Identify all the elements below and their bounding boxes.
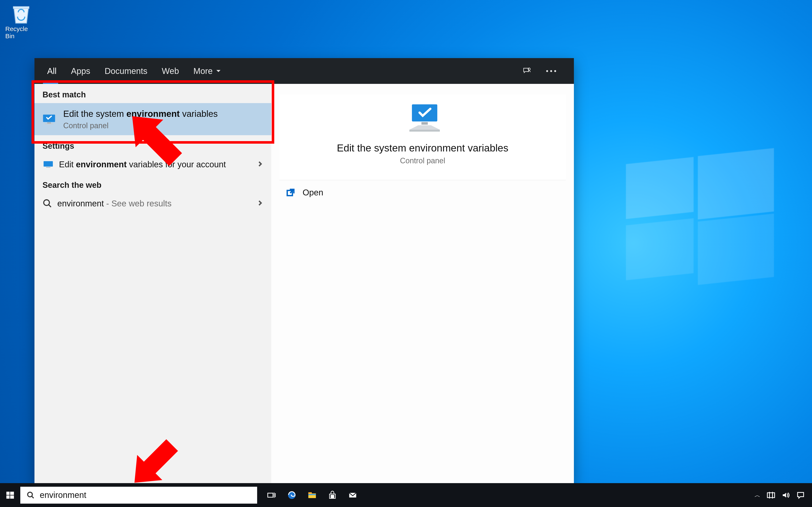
result-web-item[interactable]: environment - See web results	[35, 193, 271, 213]
svg-rect-8	[421, 122, 428, 125]
svg-rect-27	[333, 496, 334, 498]
svg-rect-4	[44, 161, 53, 166]
desktop-icon-label: Recycle Bin	[5, 25, 37, 40]
mail-icon	[348, 491, 357, 500]
svg-rect-2	[47, 122, 51, 123]
svg-rect-5	[46, 167, 50, 168]
svg-rect-25	[333, 495, 334, 496]
chevron-down-icon	[216, 68, 221, 74]
tab-apps[interactable]: Apps	[64, 58, 97, 84]
tab-all[interactable]: All	[40, 58, 64, 84]
svg-rect-19	[268, 493, 273, 497]
svg-rect-28	[767, 493, 774, 498]
taskbar-search-box[interactable]	[20, 487, 257, 504]
action-center-icon[interactable]	[796, 491, 805, 499]
taskbar: ︿	[0, 483, 812, 507]
svg-rect-14	[6, 492, 9, 495]
search-results-list: Best match Edit the system environment v…	[35, 84, 271, 483]
more-options-icon[interactable]	[546, 70, 556, 72]
settings-monitor-icon	[43, 160, 54, 169]
recycle-bin-icon	[9, 2, 33, 25]
volume-icon[interactable]	[781, 491, 790, 499]
svg-point-6	[44, 200, 49, 206]
preview-card: Edit the system environment variables Co…	[280, 95, 566, 180]
taskbar-app-mail[interactable]	[343, 483, 363, 507]
taskbar-app-explorer[interactable]	[302, 483, 322, 507]
svg-rect-16	[6, 495, 9, 499]
start-search-panel: All Apps Documents Web More Best match	[35, 58, 574, 483]
action-label: Open	[303, 188, 323, 197]
tab-documents[interactable]: Documents	[98, 58, 155, 84]
file-explorer-icon	[307, 491, 317, 500]
result-subtitle: Control panel	[63, 121, 218, 130]
desktop-wallpaper-logo	[626, 152, 774, 300]
section-search-web: Search the web	[35, 174, 271, 193]
search-icon	[43, 199, 52, 208]
taskbar-app-edge[interactable]	[282, 483, 302, 507]
svg-rect-23	[308, 494, 316, 495]
action-open[interactable]: Open	[286, 188, 559, 197]
chevron-right-icon	[257, 200, 263, 207]
windows-logo-icon	[5, 491, 15, 500]
taskbar-search-input[interactable]	[40, 490, 251, 500]
result-title: Edit environment variables for your acco…	[59, 159, 252, 170]
search-icon	[27, 491, 35, 499]
search-preview-pane: Edit the system environment variables Co…	[271, 84, 574, 483]
control-panel-monitor-icon	[42, 114, 56, 125]
control-panel-monitor-icon	[404, 101, 442, 134]
store-icon	[328, 491, 337, 500]
search-panel-header: All Apps Documents Web More	[35, 58, 574, 84]
svg-rect-22	[308, 492, 312, 494]
svg-rect-15	[10, 492, 14, 495]
feedback-icon[interactable]	[522, 66, 531, 75]
system-tray: ︿	[747, 491, 812, 499]
svg-rect-17	[10, 495, 14, 499]
result-title: environment - See web results	[57, 198, 252, 209]
chevron-right-icon	[257, 161, 263, 168]
input-indicator-icon[interactable]	[767, 491, 775, 499]
preview-title: Edit the system environment variables	[337, 142, 508, 154]
result-title: Edit the system environment variables	[63, 108, 218, 120]
tab-web[interactable]: Web	[155, 58, 186, 84]
result-best-match[interactable]: Edit the system environment variables Co…	[35, 103, 271, 135]
section-best-match: Best match	[35, 84, 271, 103]
taskbar-app-store[interactable]	[322, 483, 343, 507]
tray-overflow-button[interactable]: ︿	[755, 491, 760, 499]
open-icon	[286, 188, 295, 197]
svg-rect-24	[331, 495, 332, 496]
svg-rect-26	[331, 496, 332, 498]
svg-point-18	[28, 492, 32, 497]
edge-icon	[287, 491, 297, 500]
tab-more-label: More	[193, 66, 212, 76]
section-settings: Settings	[35, 135, 271, 155]
task-view-icon	[267, 491, 276, 500]
result-settings-item[interactable]: Edit environment variables for your acco…	[35, 155, 271, 174]
task-view-button[interactable]	[261, 483, 282, 507]
svg-rect-3	[45, 123, 53, 124]
tab-more[interactable]: More	[186, 58, 228, 84]
start-button[interactable]	[0, 483, 20, 507]
preview-subtitle: Control panel	[400, 156, 445, 165]
desktop-icon-recycle-bin[interactable]: Recycle Bin	[5, 2, 37, 40]
